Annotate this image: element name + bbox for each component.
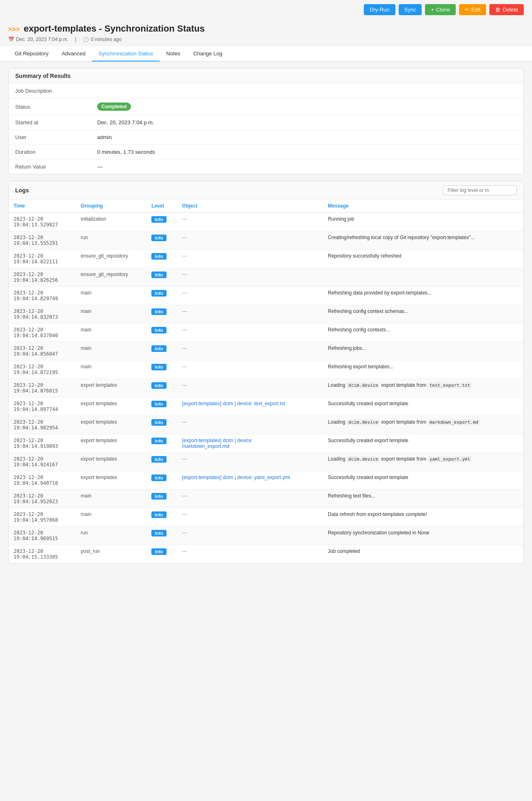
dryrun-button[interactable]: Dry-Run: [364, 4, 395, 15]
log-message: Repository successfully refreshed: [323, 250, 523, 268]
log-time: 2023-12-20 19:04:14.924167: [9, 453, 76, 471]
log-object-link[interactable]: [export-templates] dcim | device: markdo…: [182, 438, 253, 449]
log-level: Info: [146, 361, 177, 379]
clock-icon: 🕐: [83, 37, 89, 42]
tab-notes[interactable]: Notes: [160, 46, 187, 62]
summary-value: admin: [91, 130, 523, 145]
log-row: 2023-12-20 19:04:14.957068mainInfo—Data …: [9, 508, 523, 527]
log-grouping: main: [76, 324, 147, 342]
log-grouping: export templates: [76, 379, 147, 397]
log-level: Info: [146, 527, 177, 545]
log-table-body: 2023-12-20 19:04:13.529827initialization…: [9, 212, 523, 563]
log-row: 2023-12-20 19:04:14.876015export templat…: [9, 379, 523, 397]
edit-icon: ✏: [465, 7, 469, 13]
log-time: 2023-12-20 19:04:14.902954: [9, 416, 76, 434]
log-grouping: ensure_git_repository: [76, 268, 147, 287]
tab-advanced[interactable]: Advanced: [55, 46, 92, 62]
log-row: 2023-12-20 19:04:14.952023mainInfo—Refre…: [9, 490, 523, 508]
meta-date-item: 📅 Dec. 20, 2023 7:04 p.m.: [8, 37, 68, 42]
log-row: 2023-12-20 19:04:14.924167export templat…: [9, 453, 523, 471]
log-message: Repository synchronization completed in …: [323, 527, 523, 545]
log-level: Info: [146, 231, 177, 250]
log-object-link[interactable]: [export-templates] dcim | device: text_e…: [182, 401, 285, 406]
log-level: Info: [146, 268, 177, 287]
log-row: 2023-12-20 19:04:14.856047mainInfo—Refre…: [9, 342, 523, 361]
col-time: Time: [9, 200, 76, 212]
log-time: 2023-12-20 19:04:14.952023: [9, 490, 76, 508]
log-time: 2023-12-20 19:04:14.876015: [9, 379, 76, 397]
log-grouping: post_run: [76, 545, 147, 564]
summary-label: Started at: [9, 115, 91, 130]
log-time: 2023-12-20 19:04:14.969515: [9, 527, 76, 545]
log-object: —: [177, 268, 323, 287]
log-object: —: [177, 305, 323, 324]
logs-title: Logs: [15, 187, 29, 194]
sync-button[interactable]: Sync: [399, 4, 422, 15]
log-grouping: run: [76, 231, 147, 250]
level-badge: Info: [151, 290, 166, 297]
level-badge: Info: [151, 511, 166, 518]
level-badge: Info: [151, 235, 166, 241]
log-level: Info: [146, 212, 177, 231]
tab-synchronization-status[interactable]: Synchronization Status: [92, 46, 160, 62]
log-message: Refreshing text files...: [323, 490, 523, 508]
summary-row: Started atDec. 20, 2023 7:04 p.m.: [9, 115, 523, 130]
log-level: Info: [146, 453, 177, 471]
level-badge: Info: [151, 253, 166, 260]
log-filter-input[interactable]: [443, 185, 517, 195]
log-message: [323, 268, 523, 287]
level-badge: Info: [151, 530, 166, 536]
log-message: Successfully created export template: [323, 434, 523, 453]
meta-separator: |: [75, 37, 76, 42]
clone-button[interactable]: + Clone: [425, 4, 456, 15]
log-row: 2023-12-20 19:04:14.837040mainInfo—Refre…: [9, 324, 523, 342]
log-grouping: export templates: [76, 397, 147, 416]
log-level: Info: [146, 545, 177, 564]
delete-button[interactable]: 🗑 Delete: [489, 4, 524, 15]
log-level: Info: [146, 379, 177, 397]
log-message: Successfully created export template: [323, 397, 523, 416]
tab-git-repository[interactable]: Git Repository: [8, 46, 55, 62]
summary-value: [91, 84, 523, 98]
action-buttons: Dry-Run Sync + Clone ✏ Edit 🗑 Delete: [0, 0, 532, 19]
log-time: 2023-12-20 19:04:13.555291: [9, 231, 76, 250]
log-level: Info: [146, 416, 177, 434]
level-badge: Info: [151, 456, 166, 463]
log-time: 2023-12-20 19:04:14.837040: [9, 324, 76, 342]
log-message: Loading dcim.device export template from…: [323, 379, 523, 397]
logs-card: Logs Time Grouping Level Object Message …: [8, 181, 524, 564]
log-row: 2023-12-20 19:04:14.872195mainInfo—Refre…: [9, 361, 523, 379]
log-time: 2023-12-20 19:04:14.940710: [9, 471, 76, 490]
log-message: Data refresh from export-templates compl…: [323, 508, 523, 527]
log-object: —: [177, 250, 323, 268]
summary-card: Summary of Results Job DescriptionStatus…: [8, 68, 524, 174]
level-badge: Info: [151, 548, 166, 555]
log-row: 2023-12-20 19:04:14.940710export templat…: [9, 471, 523, 490]
summary-label: Status: [9, 98, 91, 115]
summary-label: Duration: [9, 145, 91, 160]
log-object: —: [177, 231, 323, 250]
edit-button[interactable]: ✏ Edit: [459, 4, 486, 15]
log-time: 2023-12-20 19:04:14.919893: [9, 434, 76, 453]
log-object: [export-templates] dcim | device: markdo…: [177, 434, 323, 453]
log-object-link[interactable]: [export-templates] dcim | device: yaml_e…: [182, 475, 290, 480]
log-row: 2023-12-20 19:04:14.897744export templat…: [9, 397, 523, 416]
status-badge: Completed: [97, 103, 131, 111]
calendar-icon: 📅: [8, 37, 14, 42]
meta-row: 📅 Dec. 20, 2023 7:04 p.m. | 🕐 0 minutes …: [0, 34, 532, 46]
log-time: 2023-12-20 19:04:14.822111: [9, 250, 76, 268]
log-message: Job completed: [323, 545, 523, 564]
col-object: Object: [177, 200, 323, 212]
level-badge: Info: [151, 438, 166, 444]
summary-table: Job DescriptionStatusCompletedStarted at…: [9, 84, 523, 174]
log-level: Info: [146, 490, 177, 508]
log-grouping: ensure_git_repository: [76, 250, 147, 268]
tab-change-log[interactable]: Change Log: [187, 46, 229, 62]
log-object: —: [177, 212, 323, 231]
log-row: 2023-12-20 19:04:13.555291runInfo—Creati…: [9, 231, 523, 250]
log-time: 2023-12-20 19:04:14.957068: [9, 508, 76, 527]
level-badge: Info: [151, 308, 166, 315]
main-content: Summary of Results Job DescriptionStatus…: [0, 62, 532, 577]
log-grouping: run: [76, 527, 147, 545]
log-grouping: main: [76, 342, 147, 361]
